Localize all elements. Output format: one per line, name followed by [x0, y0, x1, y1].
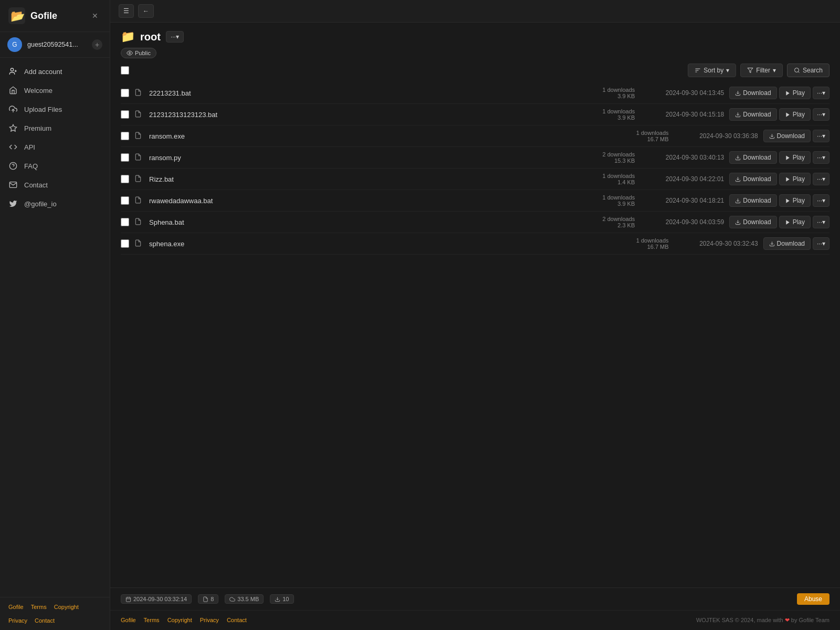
upload-icon	[8, 104, 18, 114]
file-checkbox[interactable]	[121, 132, 129, 140]
more-options-button[interactable]: ···▾	[813, 151, 830, 164]
footer-link-privacy[interactable]: Privacy	[8, 617, 27, 624]
more-options-button[interactable]: ···▾	[813, 130, 830, 142]
file-type-icon	[134, 89, 144, 98]
visibility-label: Public	[135, 50, 151, 56]
footer-link-contact[interactable]: Contact	[35, 617, 55, 624]
file-name: rwawedadawwaa.bat	[149, 197, 577, 205]
folder-icon: 📁	[121, 30, 135, 44]
download-button[interactable]: Download	[729, 173, 776, 185]
download-count: 1 downloads	[602, 194, 635, 201]
file-checkbox[interactable]	[121, 175, 129, 183]
logo-area: 📂 Gofile ✕	[0, 0, 110, 32]
sidebar-item-premium[interactable]: Premium	[0, 119, 110, 138]
more-options-button[interactable]: ···▾	[813, 216, 830, 228]
page-footer-link-privacy[interactable]: Privacy	[200, 617, 219, 623]
play-button[interactable]: Play	[779, 151, 811, 164]
download-icon	[735, 219, 741, 225]
select-all-checkbox[interactable]	[121, 66, 129, 75]
file-name: ransom.py	[149, 154, 577, 162]
sidebar-item-upload-files[interactable]: Upload Files	[0, 100, 110, 119]
user-section: G guest20592541... +	[0, 32, 110, 58]
download-icon	[735, 90, 741, 96]
avatar: G	[7, 37, 22, 52]
file-date: 2024-09-30 03:32:43	[674, 240, 758, 247]
play-button[interactable]: Play	[779, 216, 811, 228]
file-size: 3.9 KB	[617, 114, 635, 121]
download-count-icon	[275, 596, 280, 602]
file-checkbox[interactable]	[121, 110, 129, 119]
download-button[interactable]: Download	[729, 87, 776, 99]
svg-point-9	[129, 52, 131, 54]
download-button[interactable]: Download	[729, 194, 776, 207]
download-button[interactable]: Download	[763, 237, 811, 250]
file-type-icon	[134, 153, 144, 162]
file-date: 2024-09-30 03:36:38	[674, 132, 758, 140]
file-actions: Download Play ···▾	[729, 87, 830, 99]
sidebar-item-api[interactable]: API	[0, 138, 110, 156]
svg-marker-28	[786, 220, 789, 224]
play-button[interactable]: Play	[779, 173, 811, 185]
page-footer: Gofile Terms Copyright Privacy Contact W…	[110, 610, 840, 630]
file-meta: 2 downloads 2.3 KB	[582, 216, 635, 228]
more-options-button[interactable]: ···▾	[813, 173, 830, 185]
folder-title-row: 📁 root ···▾	[121, 30, 830, 44]
svg-marker-19	[786, 112, 789, 117]
folder-menu-button[interactable]: ···▾	[166, 31, 184, 43]
footer-link-terms[interactable]: Terms	[31, 604, 47, 610]
download-button[interactable]: Download	[729, 108, 776, 121]
file-checkbox[interactable]	[121, 89, 129, 97]
filter-button[interactable]: Filter ▾	[740, 64, 783, 77]
play-button[interactable]: Play	[779, 108, 811, 121]
visibility-badge: Public	[121, 48, 156, 58]
close-sidebar-button[interactable]: ✕	[89, 10, 101, 21]
page-footer-link-gofile[interactable]: Gofile	[121, 617, 136, 623]
play-button[interactable]: Play	[779, 194, 811, 207]
file-checkbox[interactable]	[121, 218, 129, 226]
sort-chevron: ▾	[726, 67, 729, 74]
footer-link-gofile[interactable]: Gofile	[8, 604, 24, 610]
page-footer-link-copyright[interactable]: Copyright	[167, 617, 192, 623]
expand-user-button[interactable]: +	[92, 39, 102, 50]
page-footer-link-contact[interactable]: Contact	[227, 617, 247, 623]
file-date: 2024-09-30 04:13:45	[640, 89, 724, 97]
file-checkbox[interactable]	[121, 239, 129, 248]
svg-marker-17	[786, 91, 789, 95]
sidebar-item-twitter[interactable]: @gofile_io	[0, 194, 110, 213]
file-checkbox[interactable]	[121, 196, 129, 205]
logo-icon: 📂	[8, 7, 25, 24]
list-view-button[interactable]: ☰	[119, 4, 134, 18]
file-name: 212312313123123.bat	[149, 111, 577, 119]
sidebar-item-add-account[interactable]: Add account	[0, 62, 110, 81]
back-button[interactable]: ←	[138, 4, 154, 18]
heart-icon: ❤	[785, 617, 790, 623]
list-icon: ☰	[123, 7, 129, 15]
sidebar-item-contact[interactable]: Contact	[0, 175, 110, 194]
table-row: rwawedadawwaa.bat 1 downloads 3.9 KB 202…	[121, 190, 830, 212]
download-count: 1 downloads	[636, 130, 669, 136]
table-row: Sphena.bat 2 downloads 2.3 KB 2024-09-30…	[121, 212, 830, 233]
more-options-button[interactable]: ···▾	[813, 108, 830, 121]
code-icon	[8, 142, 18, 152]
sidebar-item-welcome[interactable]: Welcome	[0, 81, 110, 100]
abuse-button[interactable]: Abuse	[797, 593, 830, 605]
play-button[interactable]: Play	[779, 87, 811, 99]
search-button[interactable]: Search	[787, 64, 830, 77]
page-footer-link-terms[interactable]: Terms	[144, 617, 160, 623]
download-button[interactable]: Download	[729, 216, 776, 228]
file-type-icon	[134, 218, 144, 227]
sort-button[interactable]: Sort by ▾	[688, 64, 736, 77]
more-options-button[interactable]: ···▾	[813, 87, 830, 99]
more-options-button[interactable]: ···▾	[813, 194, 830, 207]
svg-marker-26	[786, 198, 789, 203]
more-options-button[interactable]: ···▾	[813, 237, 830, 250]
copyright-text: WOJTEK SAS © 2024, made with ❤ by Gofile…	[696, 617, 830, 624]
footer-link-copyright[interactable]: Copyright	[54, 604, 79, 610]
download-button[interactable]: Download	[763, 130, 811, 142]
sidebar-item-label: API	[24, 143, 35, 151]
sidebar-item-faq[interactable]: FAQ	[0, 156, 110, 175]
download-button[interactable]: Download	[729, 151, 776, 164]
stat-files: 8	[198, 594, 218, 604]
file-checkbox[interactable]	[121, 153, 129, 162]
table-row: Rizz.bat 1 downloads 1.4 KB 2024-09-30 0…	[121, 169, 830, 190]
